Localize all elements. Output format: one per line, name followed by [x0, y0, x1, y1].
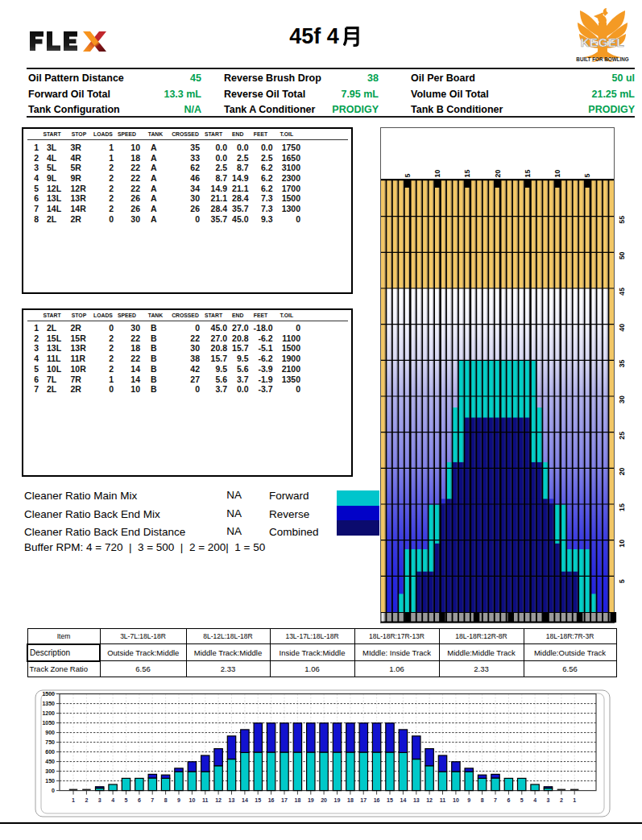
svg-text:300: 300	[45, 768, 55, 774]
svg-text:55: 55	[618, 216, 626, 224]
svg-text:18: 18	[347, 797, 354, 803]
svg-text:10: 10	[189, 797, 196, 803]
svg-text:17: 17	[360, 797, 367, 803]
svg-text:0: 0	[52, 788, 55, 793]
svg-text:1: 1	[573, 797, 576, 803]
svg-text:3: 3	[547, 797, 550, 803]
svg-text:13: 13	[413, 797, 420, 803]
svg-text:20: 20	[494, 170, 502, 178]
svg-text:19: 19	[308, 797, 314, 803]
svg-text:6: 6	[507, 797, 510, 803]
svg-text:5: 5	[583, 174, 591, 178]
svg-text:10: 10	[618, 540, 626, 548]
svg-text:40: 40	[618, 324, 626, 332]
svg-text:30: 30	[618, 395, 626, 403]
svg-text:16: 16	[268, 797, 275, 803]
svg-text:8: 8	[164, 797, 168, 803]
svg-text:35: 35	[618, 359, 626, 367]
svg-text:4: 4	[533, 797, 536, 803]
svg-text:5: 5	[125, 797, 128, 803]
svg-text:600: 600	[45, 749, 55, 755]
svg-text:2: 2	[560, 797, 563, 803]
svg-text:15: 15	[618, 503, 626, 511]
svg-text:9: 9	[467, 797, 470, 803]
svg-text:15: 15	[255, 797, 261, 803]
svg-text:10: 10	[433, 170, 441, 178]
svg-text:6: 6	[138, 797, 141, 803]
svg-text:17: 17	[281, 797, 288, 803]
svg-text:16: 16	[374, 797, 380, 803]
svg-text:900: 900	[45, 730, 55, 735]
svg-text:150: 150	[45, 778, 55, 784]
svg-text:BUILT FOR BOWLING: BUILT FOR BOWLING	[576, 56, 628, 62]
svg-text:45: 45	[618, 288, 626, 296]
svg-text:20: 20	[618, 467, 626, 475]
svg-text:KEGEL: KEGEL	[581, 35, 625, 49]
svg-text:3: 3	[98, 797, 101, 803]
svg-text:1200: 1200	[42, 710, 55, 716]
svg-text:14: 14	[242, 797, 248, 803]
svg-text:12: 12	[426, 797, 433, 803]
svg-text:10: 10	[453, 797, 459, 803]
svg-text:10: 10	[553, 170, 561, 178]
svg-text:11: 11	[202, 797, 209, 803]
svg-text:14: 14	[400, 797, 407, 803]
svg-text:4: 4	[111, 797, 114, 803]
svg-text:9: 9	[177, 797, 180, 803]
svg-text:12: 12	[215, 797, 222, 803]
svg-text:7: 7	[494, 797, 497, 803]
svg-text:11: 11	[440, 797, 446, 803]
svg-text:13: 13	[229, 797, 235, 803]
svg-text:15: 15	[524, 170, 532, 178]
svg-text:7: 7	[151, 797, 154, 803]
svg-text:5: 5	[618, 579, 626, 583]
svg-text:25: 25	[618, 432, 626, 440]
svg-text:5: 5	[404, 174, 412, 178]
svg-text:1: 1	[72, 797, 75, 803]
svg-text:1050: 1050	[42, 720, 55, 726]
svg-text:1350: 1350	[42, 701, 55, 706]
svg-text:50: 50	[618, 251, 626, 259]
svg-text:450: 450	[45, 759, 55, 764]
svg-text:19: 19	[334, 797, 341, 803]
svg-text:15: 15	[387, 797, 393, 803]
svg-text:1500: 1500	[42, 691, 55, 697]
svg-text:15: 15	[463, 170, 471, 178]
svg-text:8: 8	[481, 797, 484, 803]
svg-text:750: 750	[45, 739, 55, 745]
svg-text:18: 18	[295, 797, 301, 803]
svg-text:2: 2	[85, 797, 88, 803]
svg-text:5: 5	[520, 797, 524, 803]
svg-text:20: 20	[321, 797, 327, 803]
